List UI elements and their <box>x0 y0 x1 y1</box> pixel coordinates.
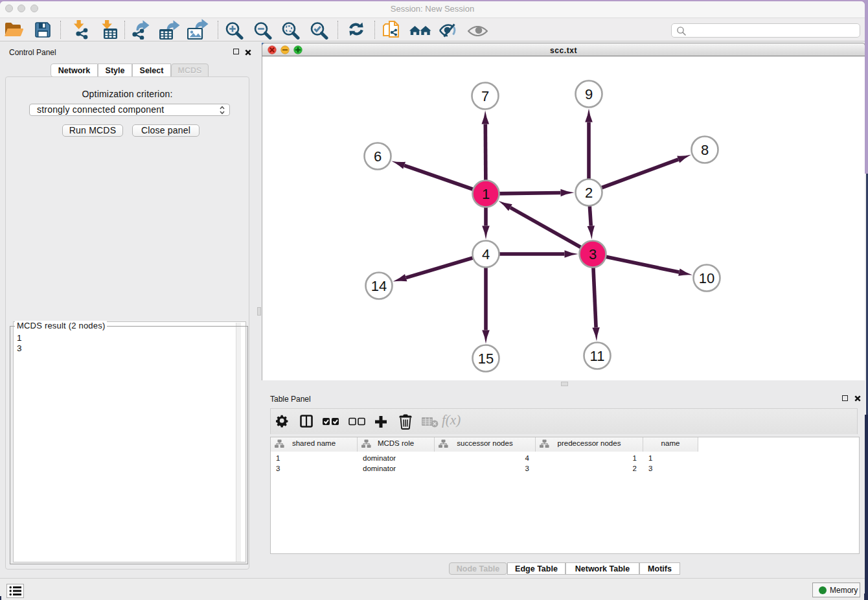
svg-text:11: 11 <box>590 348 605 364</box>
svg-text:6: 6 <box>374 148 382 165</box>
svg-text:4: 4 <box>482 246 490 262</box>
svg-text:1: 1 <box>482 186 490 202</box>
svg-text:14: 14 <box>371 278 387 294</box>
svg-text:10: 10 <box>699 270 714 286</box>
svg-text:7: 7 <box>481 88 489 104</box>
svg-text:3: 3 <box>589 246 597 262</box>
svg-text:8: 8 <box>701 142 709 158</box>
svg-text:15: 15 <box>478 351 494 367</box>
svg-text:9: 9 <box>585 86 593 102</box>
svg-text:2: 2 <box>585 185 593 201</box>
